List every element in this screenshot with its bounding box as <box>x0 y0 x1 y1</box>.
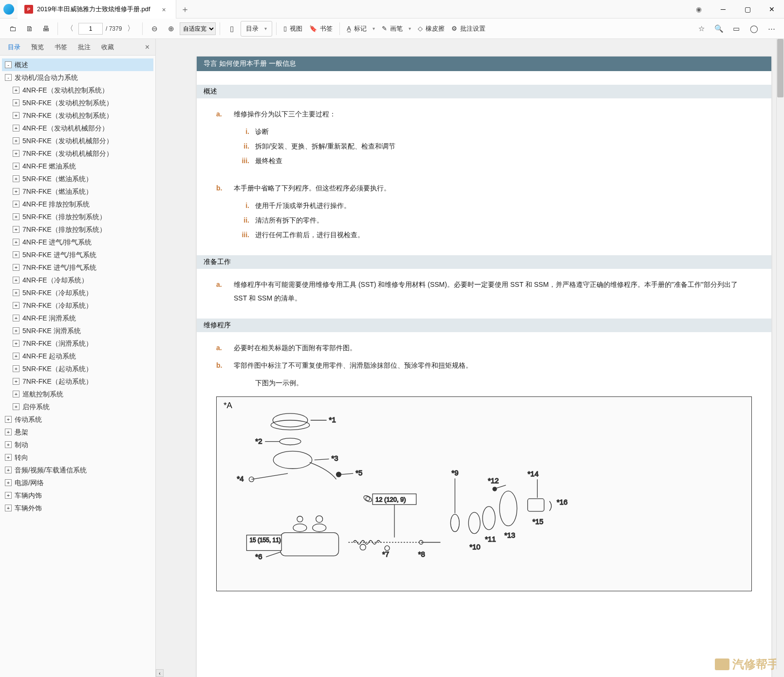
tree-item[interactable]: +4NR-FE 进气/排气系统 <box>2 236 153 248</box>
tree-item[interactable]: +车辆内饰 <box>2 489 153 502</box>
tree-toggle-icon[interactable]: + <box>13 315 19 321</box>
tree-toggle-icon[interactable]: + <box>13 391 19 397</box>
zoom-out-icon[interactable]: ⊖ <box>147 21 162 37</box>
tree-toggle-icon[interactable]: + <box>5 505 12 511</box>
tree-toggle-icon[interactable]: + <box>13 112 19 119</box>
side-tab-fav[interactable]: 收藏 <box>96 41 119 54</box>
tree-item[interactable]: +音频/视频/车载通信系统 <box>2 464 153 476</box>
outline-tree[interactable]: -概述-发动机/混合动力系统+4NR-FE（发动机控制系统）+5NR-FKE（发… <box>0 56 155 677</box>
tree-toggle-icon[interactable]: + <box>13 239 19 245</box>
side-tab-bookmark[interactable]: 书签 <box>50 41 72 54</box>
tree-item[interactable]: +5NR-FKE（排放控制系统） <box>2 210 153 223</box>
tree-toggle-icon[interactable]: + <box>13 87 19 94</box>
bookmark-button[interactable]: 🔖书签 <box>306 21 336 37</box>
tree-item[interactable]: +5NR-FKE（燃油系统） <box>2 172 153 185</box>
side-tab-preview[interactable]: 预览 <box>26 41 49 54</box>
tree-toggle-icon[interactable]: + <box>5 467 12 473</box>
tree-item[interactable]: +传动系统 <box>2 413 153 426</box>
user-icon[interactable]: ◯ <box>746 21 762 37</box>
tree-toggle-icon[interactable]: + <box>13 99 19 106</box>
tree-item[interactable]: -概述 <box>2 58 153 71</box>
clipboard-icon[interactable]: ▭ <box>728 21 744 37</box>
tree-item[interactable]: +7NR-FKE 进气/排气系统 <box>2 261 153 274</box>
tree-toggle-icon[interactable]: + <box>13 201 19 207</box>
tree-item[interactable]: +5NR-FKE（起动系统） <box>2 362 153 375</box>
tree-toggle-icon[interactable]: + <box>5 454 12 461</box>
layout-icon[interactable]: ▯ <box>224 21 240 37</box>
tree-toggle-icon[interactable]: + <box>13 137 19 144</box>
tree-toggle-icon[interactable]: + <box>13 340 19 347</box>
tree-item[interactable]: +5NR-FKE（发动机控制系统） <box>2 96 153 109</box>
panel-resize-handle[interactable]: ‹ <box>156 669 164 677</box>
tree-toggle-icon[interactable]: + <box>13 327 19 334</box>
close-window-button[interactable]: ✕ <box>760 0 784 19</box>
toc-dropdown[interactable]: 目录▾ <box>241 21 272 37</box>
tree-toggle-icon[interactable]: + <box>13 289 19 296</box>
eraser-button[interactable]: ◇橡皮擦 <box>415 21 448 37</box>
tree-item[interactable]: +4NR-FE 燃油系统 <box>2 160 153 172</box>
tree-item[interactable]: +4NR-FE 排放控制系统 <box>2 198 153 210</box>
tree-toggle-icon[interactable]: + <box>5 429 12 435</box>
next-page-button[interactable]: 〉 <box>123 21 138 37</box>
tree-item[interactable]: +7NR-FKE（燃油系统） <box>2 185 153 198</box>
tree-item[interactable]: +7NR-FKE（排放控制系统） <box>2 223 153 236</box>
print-icon[interactable]: 🖶 <box>38 21 54 37</box>
tree-item[interactable]: +4NR-FE（发动机控制系统） <box>2 84 153 96</box>
tree-item[interactable]: +5NR-FKE 润滑系统 <box>2 324 153 337</box>
tree-item[interactable]: +4NR-FE 起动系统 <box>2 350 153 362</box>
zoom-in-icon[interactable]: ⊕ <box>163 21 179 37</box>
tree-toggle-icon[interactable]: + <box>13 403 19 410</box>
tree-toggle-icon[interactable]: + <box>13 353 19 359</box>
tree-toggle-icon[interactable]: + <box>13 277 19 283</box>
more-icon[interactable]: ⋯ <box>764 21 779 37</box>
tree-toggle-icon[interactable]: + <box>13 188 19 195</box>
tree-item[interactable]: +转向 <box>2 451 153 464</box>
tree-item[interactable]: +4NR-FE（发动机机械部分） <box>2 122 153 134</box>
tree-toggle-icon[interactable]: - <box>5 74 12 81</box>
document-tab[interactable]: P 2019年丰田威驰雅力士致炫维修手册.pdf × <box>18 0 176 19</box>
tree-item[interactable]: +车辆外饰 <box>2 502 153 514</box>
brush-dropdown[interactable]: ✎画笔▾ <box>379 21 414 37</box>
zoom-mode-select[interactable]: 自适应宽 <box>180 22 216 35</box>
tree-item[interactable]: +7NR-FKE（起动系统） <box>2 375 153 388</box>
tree-item[interactable]: +7NR-FKE（发动机机械部分） <box>2 147 153 160</box>
tree-toggle-icon[interactable]: + <box>13 226 19 233</box>
side-tab-toc[interactable]: 目录 <box>3 41 25 54</box>
tree-toggle-icon[interactable]: + <box>13 378 19 385</box>
favorite-icon[interactable]: ☆ <box>693 21 709 37</box>
tree-item[interactable]: +5NR-FKE（冷却系统） <box>2 286 153 299</box>
tree-item[interactable]: +4NR-FE 润滑系统 <box>2 312 153 324</box>
tree-toggle-icon[interactable]: + <box>13 125 19 132</box>
batch-settings-button[interactable]: ⚙批注设置 <box>448 21 488 37</box>
tree-item[interactable]: +7NR-FKE（冷却系统） <box>2 299 153 312</box>
tree-toggle-icon[interactable]: - <box>5 61 12 68</box>
tree-item[interactable]: +电源/网络 <box>2 476 153 489</box>
tree-item[interactable]: +7NR-FKE（发动机控制系统） <box>2 109 153 122</box>
tree-item[interactable]: +启停系统 <box>2 400 153 413</box>
tree-toggle-icon[interactable]: + <box>5 416 12 423</box>
add-tab-button[interactable]: ＋ <box>176 3 194 15</box>
tree-item[interactable]: +巡航控制系统 <box>2 388 153 400</box>
tree-item[interactable]: +悬架 <box>2 426 153 438</box>
tree-toggle-icon[interactable]: + <box>13 175 19 182</box>
tree-toggle-icon[interactable]: + <box>13 302 19 309</box>
scrollbar-thumb[interactable] <box>777 39 784 97</box>
vertical-scrollbar[interactable] <box>776 39 784 669</box>
save-icon[interactable]: 🗎 <box>21 21 37 37</box>
tree-toggle-icon[interactable]: + <box>13 365 19 372</box>
page-number-input[interactable] <box>78 23 103 35</box>
document-viewport[interactable]: 导言 如何使用本手册 一般信息 概述 a.维修操作分为以下三个主要过程： i.诊… <box>156 39 784 677</box>
tree-item[interactable]: +5NR-FKE 进气/排气系统 <box>2 248 153 261</box>
tree-toggle-icon[interactable]: + <box>13 251 19 258</box>
tree-item[interactable]: +7NR-FKE（润滑系统） <box>2 337 153 350</box>
tree-toggle-icon[interactable]: + <box>13 213 19 220</box>
tree-toggle-icon[interactable]: + <box>13 163 19 169</box>
tree-item[interactable]: +制动 <box>2 438 153 451</box>
tree-toggle-icon[interactable]: + <box>5 492 12 499</box>
tree-item[interactable]: -发动机/混合动力系统 <box>2 71 153 84</box>
tree-item[interactable]: +5NR-FKE（发动机机械部分） <box>2 134 153 147</box>
tree-toggle-icon[interactable]: + <box>13 264 19 271</box>
tree-toggle-icon[interactable]: + <box>5 441 12 448</box>
maximize-button[interactable]: ▢ <box>735 0 760 19</box>
prev-page-button[interactable]: 〈 <box>62 21 77 37</box>
